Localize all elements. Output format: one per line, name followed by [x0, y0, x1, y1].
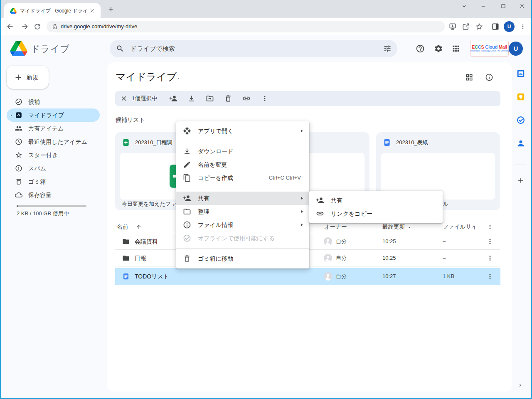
page-title[interactable]: マイドライブ: [116, 70, 177, 84]
account-avatar[interactable]: U: [509, 42, 523, 56]
calendar-icon[interactable]: [516, 69, 525, 78]
tab-search-icon[interactable]: [461, 3, 468, 10]
account-badge: ECCS Cloud Mail Information Technology C…: [470, 41, 509, 57]
sidebar-item-my-drive[interactable]: マイドライブ: [7, 108, 100, 122]
menu-item-file-info[interactable]: ファイル情報: [176, 218, 309, 232]
tasks-icon[interactable]: [516, 116, 525, 125]
install-app-icon[interactable]: [448, 22, 457, 31]
browser-tab[interactable]: マイドライブ - Google ドライブ: [4, 3, 101, 18]
sidebar-item-spam[interactable]: スパム: [7, 162, 100, 175]
bookmark-star-icon[interactable]: [475, 22, 483, 31]
sidebar-item-shared[interactable]: 共有アイテム: [7, 122, 100, 135]
submenu-item-copy-link[interactable]: リンクをコピー: [309, 207, 443, 220]
shared-items-icon: [15, 125, 22, 132]
menu-item-rename[interactable]: 名前を変更: [176, 158, 309, 171]
open-with-icon: [183, 127, 191, 135]
menu-item-organize[interactable]: 整理: [176, 205, 309, 218]
menu-item-offline: オフラインで使用可能にする: [176, 232, 309, 245]
file-info-icon: [183, 221, 191, 229]
search-filter-icon[interactable]: [383, 44, 392, 53]
contacts-icon[interactable]: [516, 139, 525, 148]
row-more-icon[interactable]: [486, 254, 494, 262]
toolbar-share-icon[interactable]: [169, 94, 177, 103]
details-info-icon[interactable]: [485, 73, 493, 81]
sort-ascending-icon[interactable]: [136, 224, 142, 230]
rename-pencil-icon: [183, 160, 191, 169]
menu-item-move-to-trash[interactable]: ゴミ箱に移動: [176, 252, 309, 265]
sidebar-item-trash[interactable]: ゴミ箱: [7, 175, 100, 188]
main-panel: マイドライブ 1個選択中 候補リスト 202310_日程調 今日変更を加えたファ…: [107, 62, 512, 392]
starred-icon: [15, 151, 22, 159]
toolbar-move-icon[interactable]: [206, 94, 214, 103]
search-icon[interactable]: [116, 44, 124, 53]
submenu-item-share[interactable]: 共有: [309, 194, 443, 207]
column-options-icon[interactable]: [487, 224, 493, 230]
tab-title: マイドライブ - Google ドライブ: [20, 3, 86, 18]
spreadsheet-icon: [122, 138, 130, 147]
hide-side-panel-icon[interactable]: [517, 382, 523, 388]
copy-icon: [183, 174, 191, 182]
sidebar-item-storage[interactable]: 保存容量: [7, 188, 100, 202]
browser-profile-avatar[interactable]: U: [504, 21, 515, 32]
grid-view-icon[interactable]: [465, 73, 473, 81]
sidebar-item-starred[interactable]: スター付き: [7, 148, 100, 162]
new-button[interactable]: 新規: [7, 66, 49, 89]
browser-tab-strip: マイドライブ - Google ドライブ: [0, 0, 532, 18]
account-badge-subtitle: Information Technology Center, The Unive…: [470, 50, 508, 52]
row-more-icon[interactable]: [486, 238, 494, 245]
toolbar-more-icon[interactable]: [261, 95, 268, 102]
search-input[interactable]: ドライブで検索: [110, 40, 397, 57]
header-size[interactable]: ファイルサイズ: [443, 221, 475, 233]
trash-icon: [15, 178, 22, 185]
recent-icon: [15, 138, 22, 145]
header-name[interactable]: 名前: [117, 221, 128, 233]
modified-filter-caret-icon[interactable]: [407, 225, 412, 230]
row-more-icon[interactable]: [486, 273, 494, 280]
clear-selection-icon[interactable]: [120, 95, 128, 102]
menu-divider: [176, 188, 309, 188]
share-submenu: 共有 リンクをコピー: [309, 191, 443, 223]
rail-divider: [515, 165, 526, 165]
menu-item-share[interactable]: 共有: [176, 192, 309, 205]
window-close-button[interactable]: [519, 3, 525, 10]
offline-check-icon: [183, 234, 191, 242]
window-maximize-button[interactable]: [500, 3, 507, 10]
selection-count: 1個選択中: [132, 91, 158, 106]
side-panel-icon[interactable]: [491, 22, 500, 31]
window-minimize-button[interactable]: [480, 3, 487, 10]
toolbar-link-icon[interactable]: [242, 94, 251, 103]
url-text: drive.google.com/drive/my-drive: [61, 21, 137, 32]
settings-gear-icon[interactable]: [434, 44, 443, 53]
sidebar-item-suggestions[interactable]: 候補: [7, 95, 100, 108]
forward-icon[interactable]: [21, 22, 29, 31]
folder-icon: [122, 238, 130, 245]
share-person-add-icon: [316, 196, 324, 204]
tab-close-icon[interactable]: [89, 7, 96, 14]
sidebar-item-recent[interactable]: 最近使用したアイテム: [7, 135, 100, 148]
apps-grid-icon[interactable]: [451, 44, 461, 53]
page-title-caret-icon[interactable]: [176, 76, 181, 81]
back-icon[interactable]: [6, 22, 14, 31]
address-bar[interactable]: drive.google.com/drive/my-drive: [47, 21, 445, 32]
get-addons-icon[interactable]: [517, 176, 525, 185]
menu-item-open-with[interactable]: アプリで開く: [176, 124, 309, 138]
expand-arrow-icon[interactable]: [9, 113, 13, 117]
keep-icon[interactable]: [516, 92, 525, 101]
owner-avatar: [323, 237, 332, 246]
browser-menu-icon[interactable]: [520, 23, 526, 30]
share-page-icon[interactable]: [462, 22, 470, 31]
help-icon[interactable]: [416, 44, 425, 53]
toolbar-download-icon[interactable]: [187, 94, 196, 103]
trash-icon: [183, 254, 191, 263]
lock-icon: [52, 24, 58, 30]
table-row-selected[interactable]: TODOリスト 自分 10:27 1 KB: [115, 268, 500, 285]
toolbar-trash-icon[interactable]: [224, 94, 232, 103]
new-tab-button[interactable]: [107, 5, 115, 13]
menu-item-download[interactable]: ダウンロード: [176, 145, 309, 158]
reload-icon[interactable]: [33, 22, 42, 31]
suggestions-icon: [15, 98, 22, 106]
menu-item-make-copy[interactable]: コピーを作成 Ctrl+C Ctrl+V: [176, 171, 309, 185]
new-button-label: 新規: [27, 66, 38, 89]
app-name: ドライブ: [31, 43, 70, 55]
owner-avatar: [323, 272, 332, 281]
